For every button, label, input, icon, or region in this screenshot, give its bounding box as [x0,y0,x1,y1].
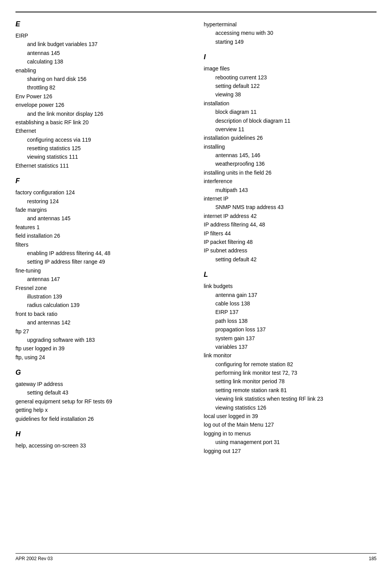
entry-sub: calculating 138 [15,57,188,66]
entry-main: front to back ratio [15,310,188,318]
entry-main: getting help x [15,406,188,414]
entry-sub: radius calculation 139 [15,301,188,309]
entry-sub: SNMP NMS trap address 43 [204,203,377,211]
entry-main: local user logged in 39 [204,412,377,420]
entry-main: installation [204,99,377,108]
entry-main: ftp user logged in 39 [15,344,188,353]
entry-main: installing units in the field 26 [204,168,377,177]
entry-main: EIRP [15,31,188,40]
entry-main: internet IP address 42 [204,212,377,220]
entry-main: link monitor [204,351,377,360]
entry-main: fine-tuning [15,266,188,275]
entry-main: ftp 27 [15,327,188,336]
top-border [15,12,377,12]
entry-sub: path loss 138 [204,317,377,325]
entry-sub: EIRP 137 [204,308,377,316]
entry-sub: block diagram 11 [204,108,377,116]
entry-main: Ethernet [15,127,188,135]
entry-main: envelope power 126 [15,101,188,109]
entry-sub: antennas 147 [15,275,188,283]
entry-sub: variables 137 [204,343,377,351]
entry-sub: viewing statistics 111 [15,153,188,161]
entry-main: gateway IP address [15,380,188,388]
entry-main: features 1 [15,223,188,231]
entry-sub: setting default 42 [204,255,377,264]
entry-sub: starting 149 [204,38,377,46]
entry-main: hyperterminal [204,20,377,29]
entry-main: factory configuration 124 [15,188,188,197]
page: EEIRPand link budget variables 137antenn… [0,0,392,571]
entry-sub: cable loss 138 [204,299,377,308]
entry-main: Ethernet statistics 111 [15,161,188,170]
columns: EEIRPand link budget variables 137antenn… [15,20,377,455]
entry-sub: viewing statistics 126 [204,403,377,412]
entry-sub: overview 11 [204,125,377,134]
entry-main: general equipment setup for RF tests 69 [15,397,188,406]
entry-main: image files [204,64,377,73]
section-letter: H [15,430,188,438]
entry-main: IP subnet address [204,246,377,255]
entry-main: log out of the Main Menu 127 [204,420,377,429]
entry-main: Env Power 126 [15,92,188,101]
entry-sub: multipath 143 [204,186,377,194]
entry-main: fade margins [15,206,188,214]
section-letter: I [204,53,377,61]
entry-main: ftp, using 24 [15,353,188,362]
entry-main: interference [204,177,377,185]
entry-sub: using management port 31 [204,438,377,446]
entry-sub: accessing menu with 30 [204,29,377,37]
entry-sub: setting default 122 [204,82,377,90]
entry-sub: setting remote station rank 81 [204,386,377,394]
entry-main: filters [15,240,188,249]
entry-sub: restoring 124 [15,197,188,206]
entry-sub: and the link monitor display 126 [15,110,188,118]
section-letter: L [204,271,377,279]
entry-sub: performing link monitor test 72, 73 [204,369,377,377]
entry-main: guidelines for field installation 26 [15,415,188,423]
entry-sub: system gain 137 [204,334,377,343]
footer-right: 185 [369,556,377,561]
entry-sub: description of block diagram 11 [204,117,377,125]
entry-main: field installation 26 [15,231,188,240]
entry-main: IP address filtering 44, 48 [204,220,377,229]
entry-main: logging in to menus [204,429,377,438]
entry-main: logging out 127 [204,447,377,455]
entry-main: establishing a basic RF link 20 [15,118,188,127]
entry-sub: and antennas 142 [15,318,188,327]
entry-main: Fresnel zone [15,284,188,292]
entry-sub: sharing on hard disk 156 [15,75,188,83]
footer-left: APR 2002 Rev 03 [15,556,53,561]
entry-sub: antennas 145, 146 [204,151,377,159]
entry-sub: viewing link statistics when testing RF … [204,394,377,403]
entry-sub: viewing 38 [204,90,377,99]
entry-sub: weatherproofing 136 [204,159,377,168]
section-letter: E [15,20,188,28]
entry-sub: configuring for remote station 82 [204,360,377,369]
left-column: EEIRPand link budget variables 137antenn… [15,20,188,455]
entry-sub: propagation loss 137 [204,325,377,334]
entry-main: link budgets [204,282,377,290]
entry-main: installing [204,142,377,151]
entry-sub: resetting statistics 125 [15,144,188,153]
entry-sub: and antennas 145 [15,214,188,223]
entry-sub: illustration 139 [15,292,188,301]
entry-sub: enabling IP address filtering 44, 48 [15,249,188,257]
entry-sub: setting link monitor period 78 [204,377,377,386]
entry-sub: configuring access via 119 [15,135,188,144]
entry-main: enabling [15,66,188,75]
entry-sub: antenna gain 137 [204,291,377,299]
entry-sub: rebooting current 123 [204,73,377,82]
section-letter: G [15,369,188,377]
entry-main: IP packet filtering 48 [204,238,377,246]
section-letter: F [15,177,188,185]
entry-main: internet IP [204,194,377,203]
entry-main: installation guidelines 26 [204,134,377,142]
entry-sub: setting IP address filter range 49 [15,257,188,266]
entry-sub: antennas 145 [15,49,188,57]
entry-sub: upgrading software with 183 [15,336,188,344]
right-column: hyperterminalaccessing menu with 30start… [204,20,377,455]
entry-main: IP filters 44 [204,229,377,238]
entry-main: help, accessing on-screen 33 [15,441,188,450]
footer: APR 2002 Rev 03 185 [15,553,377,561]
entry-sub: setting default 43 [15,388,188,397]
